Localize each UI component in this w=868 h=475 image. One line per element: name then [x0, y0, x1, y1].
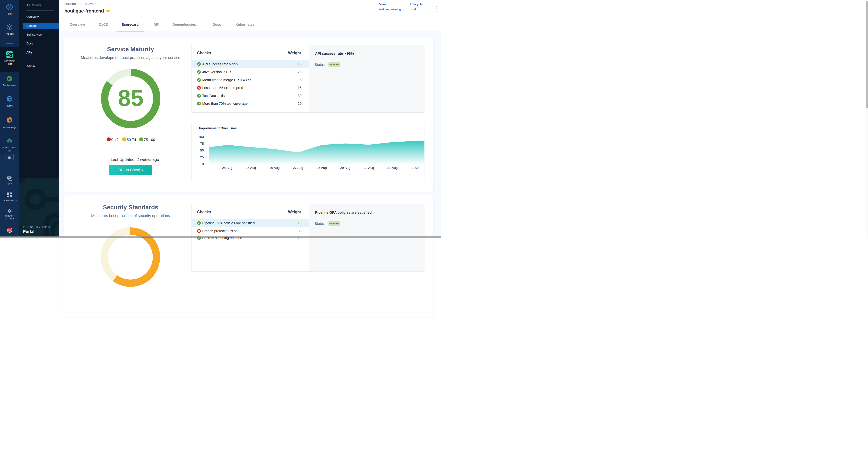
- svg-text:$: $: [9, 139, 10, 143]
- svg-text:85: 85: [118, 85, 144, 111]
- svg-text:?: ?: [8, 177, 9, 179]
